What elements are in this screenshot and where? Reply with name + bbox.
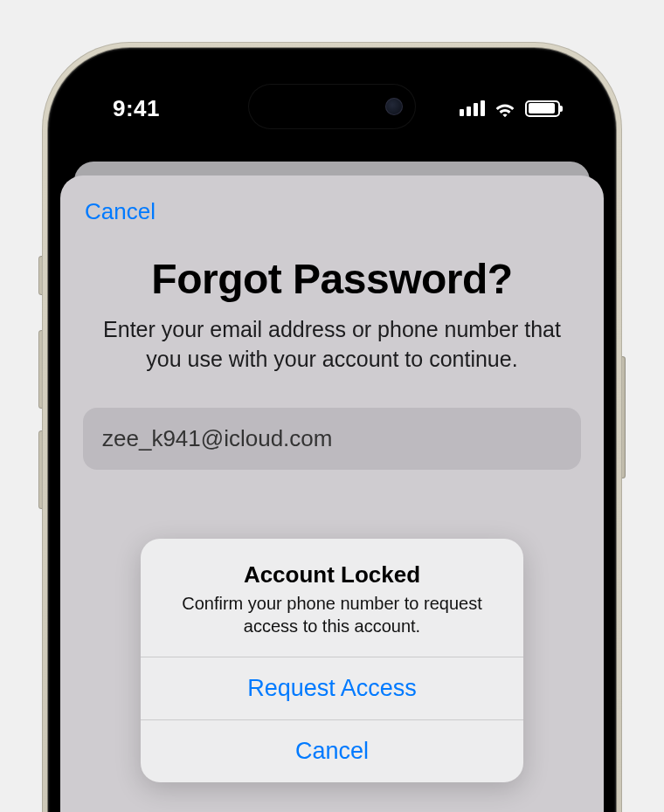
cancel-button[interactable]: Cancel xyxy=(83,196,156,225)
account-locked-alert: Account Locked Confirm your phone number… xyxy=(141,539,523,782)
status-indicators xyxy=(460,100,560,117)
wifi-icon xyxy=(494,100,516,117)
alert-header: Account Locked Confirm your phone number… xyxy=(141,539,523,657)
phone-screen: 9:41 Cancel xyxy=(60,60,604,812)
status-time: 9:41 xyxy=(113,95,160,122)
page-description: Enter your email address or phone number… xyxy=(83,315,581,375)
alert-title: Account Locked xyxy=(163,561,501,588)
battery-icon xyxy=(525,100,560,117)
phone-frame: 9:41 Cancel xyxy=(42,42,622,812)
battery-fill xyxy=(529,103,555,114)
alert-cancel-button[interactable]: Cancel xyxy=(141,719,523,782)
alert-message: Confirm your phone number to request acc… xyxy=(163,592,501,637)
phone-inner-frame: 9:41 Cancel xyxy=(48,48,616,812)
request-access-button[interactable]: Request Access xyxy=(141,657,523,719)
phone-device: 9:41 Cancel xyxy=(42,42,622,812)
email-field[interactable] xyxy=(83,408,581,470)
cellular-signal-icon xyxy=(460,100,485,116)
front-camera xyxy=(385,98,403,115)
dynamic-island xyxy=(249,85,415,128)
page-title: Forgot Password? xyxy=(83,255,581,303)
